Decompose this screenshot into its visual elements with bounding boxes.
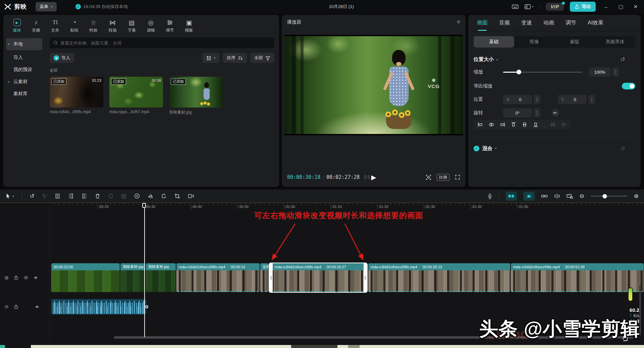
position-x-field[interactable]: X 0	[503, 95, 532, 104]
rotate-stepper[interactable]: ▴▾	[534, 108, 540, 118]
sidebar-item-cloud[interactable]: ▸ 云素材	[3, 76, 45, 88]
subtab-cutout[interactable]: 抠像	[514, 36, 555, 48]
speed-icon[interactable]	[134, 193, 140, 199]
scale-value[interactable]: 100%	[589, 67, 610, 77]
media-card[interactable]: 已添加 00:38 mda-rjayx...3cfh7.mp4	[109, 77, 163, 115]
split-icon[interactable]	[55, 193, 60, 199]
play-button[interactable]: ▶	[371, 173, 376, 181]
link-toggle-icon[interactable]	[541, 194, 548, 198]
reset-icon[interactable]: ↺	[620, 56, 625, 63]
redo-icon[interactable]: ↻	[42, 193, 47, 200]
tab-captions[interactable]: ▤ 字幕	[122, 17, 141, 36]
collapse-caret-icon[interactable]: ▴	[496, 58, 498, 61]
zoom-out-icon[interactable]: ⊖	[580, 193, 584, 200]
zoom-in-icon[interactable]: ⊕	[634, 193, 639, 200]
player-menu-icon[interactable]: ≡	[457, 19, 460, 25]
audio-loop-icon[interactable]: ⟳	[5, 304, 9, 309]
delete-icon[interactable]	[95, 193, 100, 199]
timeline-clip-freeze[interactable]: 定格	[260, 263, 268, 292]
menu-button[interactable]: 菜单 ▾	[36, 2, 57, 11]
align-center-h-icon[interactable]	[489, 122, 494, 127]
import-button[interactable]: + 导入	[50, 53, 74, 63]
audio-trim-handle[interactable]	[145, 305, 148, 308]
tab-ai-effects[interactable]: AI效果	[588, 19, 603, 26]
vip-button[interactable]: VIP	[546, 3, 564, 11]
timeline-zoom-slider[interactable]	[591, 196, 628, 197]
mirror-icon[interactable]	[148, 193, 153, 199]
timeline-clip[interactable]: mda-rc64d1n9xecz99fx.mp4 00:00:51:09	[511, 263, 644, 292]
uniform-scale-toggle[interactable]	[622, 83, 635, 89]
close-button[interactable]: ✕	[631, 4, 640, 10]
speaker-icon[interactable]	[35, 304, 40, 309]
maximize-button[interactable]: ▢	[616, 4, 625, 10]
lock-icon[interactable]	[14, 304, 18, 309]
tab-animation[interactable]: 动画	[543, 19, 554, 26]
search-input[interactable]	[50, 38, 274, 48]
timeline-clip[interactable]: 00:00:22:05	[51, 263, 120, 292]
tab-video[interactable]: 画面	[477, 19, 488, 26]
tab-media[interactable]: ▶ 媒体	[7, 17, 26, 36]
tab-text[interactable]: TI 文本	[46, 17, 65, 36]
tab-audio[interactable]: ♪ 音频	[26, 17, 46, 36]
timeline-ruler[interactable]	[50, 203, 644, 205]
tab-audio-props[interactable]: 音频	[499, 19, 510, 26]
tab-filters[interactable]: ◎ 滤镜	[141, 17, 160, 36]
rotate-icon[interactable]	[161, 193, 167, 199]
tab-effects[interactable]: ☆ 特效	[84, 17, 103, 36]
slider-thumb[interactable]	[517, 70, 521, 74]
undo-icon[interactable]: ↺	[30, 193, 35, 200]
fullscreen-icon[interactable]	[455, 175, 460, 180]
subtab-beauty[interactable]: 美颜美体	[595, 36, 636, 48]
subtab-basic[interactable]: 基础	[474, 36, 514, 48]
crop-icon[interactable]	[174, 193, 180, 199]
unlink-icon[interactable]	[554, 194, 560, 199]
trim-handle-right[interactable]	[364, 263, 367, 292]
export-button[interactable]: 导出	[570, 2, 596, 12]
playhead[interactable]	[144, 203, 145, 337]
minimize-button[interactable]: –	[602, 4, 610, 10]
align-left-icon[interactable]	[478, 122, 483, 127]
x-stepper[interactable]: ▴▾	[534, 95, 540, 104]
distribute-h-icon[interactable]	[550, 122, 555, 127]
layout-switch-button[interactable]: ▾	[525, 4, 534, 9]
frame-list-icon[interactable]	[364, 175, 370, 180]
caret-down-icon[interactable]: ▾	[495, 147, 497, 150]
tab-sticker[interactable]: ◔ 贴纸	[65, 17, 84, 36]
tab-adjust[interactable]: 调节	[160, 17, 179, 36]
timeline-clip[interactable]: mda-rc64d1n9xecz99fx.mp4 00:00:14	[176, 263, 260, 292]
align-middle-v-icon[interactable]	[522, 122, 527, 127]
timeline-clip-selected[interactable]: mda-rc64d1n9xecz99fx.mp4 00:00:16:27	[269, 263, 368, 293]
y-stepper[interactable]: ▴▾	[588, 95, 595, 104]
audio-clip[interactable]	[51, 299, 146, 315]
align-top-icon[interactable]	[511, 122, 516, 127]
media-card[interactable]: 已添加 剪映素材.jpg	[169, 77, 223, 115]
cover-icon[interactable]: ⊞	[5, 275, 9, 280]
playhead-handle[interactable]	[142, 203, 146, 208]
trim-left-icon[interactable]	[68, 193, 74, 199]
filter-button[interactable]: 全部	[250, 53, 274, 63]
tab-templates[interactable]: ▣ 模板	[179, 17, 199, 36]
timeline-clip[interactable]: 剪映素材.jpg	[146, 263, 176, 292]
align-right-icon[interactable]	[500, 122, 505, 127]
blend-checkbox[interactable]: ✓	[474, 146, 479, 151]
shortcut-keyboard-icon[interactable]	[512, 4, 519, 9]
lock-icon[interactable]	[14, 275, 18, 280]
rotate-dial[interactable]	[552, 109, 559, 117]
sidebar-item-local[interactable]: ▾ 本地	[6, 38, 42, 50]
view-mode-button[interactable]: ▾	[202, 53, 219, 63]
tab-transitions[interactable]: ⋈ 转场	[103, 17, 122, 36]
record-voiceover-icon[interactable]	[487, 193, 492, 199]
rotate-field[interactable]: 0°	[503, 108, 532, 118]
slider-thumb[interactable]	[602, 194, 607, 198]
mask-tool-icon[interactable]	[121, 194, 126, 199]
trim-right-icon[interactable]	[82, 193, 87, 199]
magnet-toggle[interactable]	[523, 192, 535, 201]
select-tool-button[interactable]: ▾	[5, 193, 14, 199]
timeline-clip[interactable]: 剪映素材.jpg	[120, 263, 145, 292]
position-y-field[interactable]: Y 0	[558, 95, 587, 104]
sort-button[interactable]: 排序	[223, 53, 247, 63]
trim-handle-left[interactable]	[269, 263, 273, 292]
freeze-frame-icon[interactable]	[108, 194, 113, 199]
sidebar-item-library[interactable]: 素材库	[3, 88, 45, 100]
distribute-v-icon[interactable]	[561, 122, 567, 127]
